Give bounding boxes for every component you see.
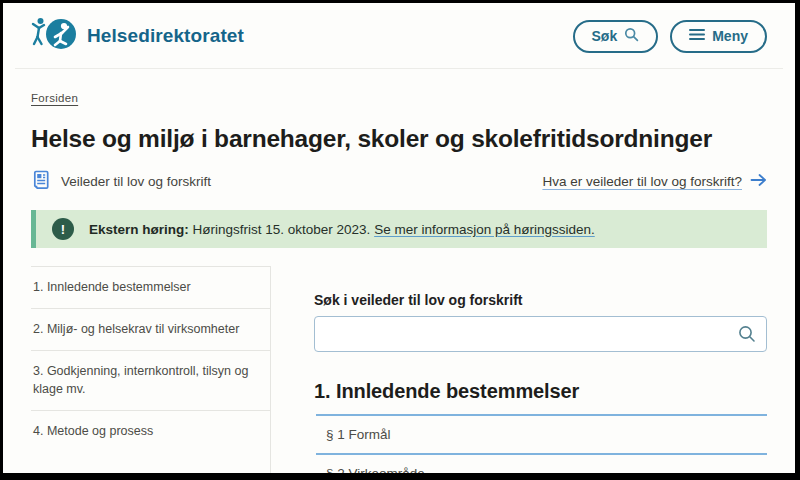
menu-button[interactable]: Meny bbox=[670, 20, 767, 53]
menu-button-label: Meny bbox=[712, 28, 748, 44]
helsedirektoratet-logo-icon bbox=[31, 16, 77, 56]
guide-search-label: Søk i veileder til lov og forskrift bbox=[314, 292, 767, 308]
hearing-deadline-text: Høringsfrist 15. oktober 2023. bbox=[193, 222, 371, 237]
doc-type: Veileder til lov og forskrift bbox=[31, 169, 211, 194]
about-veileder-link[interactable]: Hva er veileder til lov og forskrift? bbox=[542, 173, 767, 190]
sidebar-chapter-link[interactable]: 2. Miljø- og helsekrav til virksomheter bbox=[31, 309, 270, 350]
search-icon bbox=[624, 27, 639, 45]
paragraph-item[interactable]: § 2 Virkeområde bbox=[316, 453, 767, 480]
brand-logo-link[interactable]: Helsedirektoratet bbox=[31, 16, 244, 56]
main-content: Søk i veileder til lov og forskrift 1. I… bbox=[270, 266, 767, 480]
page-content: Forsiden Helse og miljø i barnehager, sk… bbox=[3, 92, 795, 480]
breadcrumb: Forsiden bbox=[31, 92, 767, 104]
arrow-right-icon bbox=[750, 173, 767, 190]
chapter-nav-row: 1. Innledende bestemmelser bbox=[31, 266, 270, 308]
chapter-nav-row: 2. Miljø- og helsekrav til virksomheter bbox=[31, 308, 270, 350]
chapter-nav: 1. Innledende bestemmelser 2. Miljø- og … bbox=[31, 266, 270, 480]
guide-search-input[interactable] bbox=[314, 316, 767, 352]
header-actions: Søk Meny bbox=[573, 20, 767, 53]
guide-search-box bbox=[314, 316, 767, 352]
meta-row: Veileder til lov og forskrift Hva er vei… bbox=[31, 169, 767, 194]
hearing-alert-banner: ! Ekstern høring: Høringsfrist 15. oktob… bbox=[31, 210, 767, 248]
exclamation-icon: ! bbox=[52, 218, 74, 240]
hearing-info-link[interactable]: Se mer informasjon på høringssiden. bbox=[374, 222, 595, 237]
section-heading: 1. Innledende bestemmelser bbox=[314, 380, 767, 403]
breadcrumb-forsiden[interactable]: Forsiden bbox=[31, 92, 78, 104]
chapter-nav-row: 4. Metode og prosess bbox=[31, 410, 270, 452]
two-column-layout: 1. Innledende bestemmelser 2. Miljø- og … bbox=[31, 266, 767, 480]
brand-name: Helsedirektoratet bbox=[87, 25, 244, 47]
search-button[interactable]: Søk bbox=[573, 20, 659, 53]
paragraph-list: § 1 Formål§ 2 Virkeområde bbox=[316, 414, 767, 480]
sidebar-chapter-link[interactable]: 4. Metode og prosess bbox=[31, 411, 270, 452]
search-button-label: Søk bbox=[592, 28, 618, 44]
hearing-alert-label: Ekstern høring: bbox=[89, 222, 189, 237]
guide-search-submit-icon[interactable] bbox=[738, 325, 756, 347]
sidebar-chapter-link[interactable]: 3. Godkjenning, internkontroll, tilsyn o… bbox=[31, 351, 270, 411]
hearing-alert-text: Ekstern høring: Høringsfrist 15. oktober… bbox=[89, 222, 595, 237]
page-frame: Helsedirektoratet Søk Meny bbox=[0, 0, 800, 480]
doc-type-label: Veileder til lov og forskrift bbox=[61, 174, 211, 189]
sidebar-chapter-link[interactable]: 1. Innledende bestemmelser bbox=[31, 267, 270, 308]
guide-document-icon bbox=[31, 169, 51, 194]
chapter-nav-list: 1. Innledende bestemmelser 2. Miljø- og … bbox=[31, 266, 270, 452]
page-title: Helse og miljø i barnehager, skoler og s… bbox=[31, 125, 767, 153]
hamburger-icon bbox=[689, 28, 705, 44]
paragraph-item[interactable]: § 1 Formål bbox=[316, 414, 767, 453]
site-header: Helsedirektoratet Søk Meny bbox=[15, 3, 783, 69]
chapter-nav-row: 3. Godkjenning, internkontroll, tilsyn o… bbox=[31, 350, 270, 411]
about-veileder-label: Hva er veileder til lov og forskrift? bbox=[542, 174, 742, 189]
